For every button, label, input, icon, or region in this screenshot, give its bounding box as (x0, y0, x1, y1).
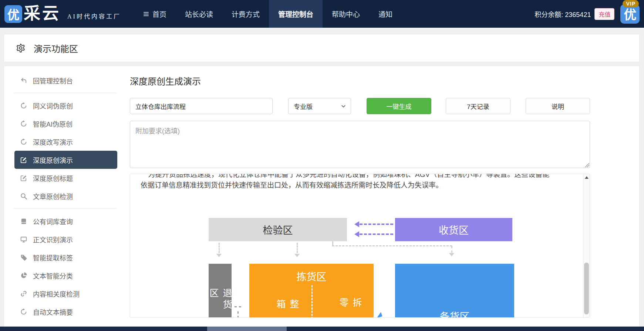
nav-item-label: 首页 (152, 9, 166, 19)
keyword-input[interactable] (130, 98, 273, 114)
nav-item[interactable]: 管理控制台 (269, 0, 323, 28)
sidebar-divider (14, 208, 117, 209)
account-area: 积分余额: 2365421 充值 优 VIP (535, 4, 644, 24)
dashed-line (219, 243, 220, 253)
requirements-textarea[interactable] (130, 121, 590, 168)
nav-item-label: 帮助中心 (332, 9, 360, 19)
sidebar-item[interactable]: 正文识别演示 (14, 230, 117, 248)
arrow-up-icon (375, 312, 382, 318)
nav-item[interactable]: 站长必读 (176, 0, 222, 28)
recharge-button[interactable]: 充值 (594, 8, 614, 20)
horizontal-scrollbar[interactable] (0, 327, 644, 331)
result-text: 依据订单信息精准找到货位并快速传输至出口处，从而有效缩减拣选所需时长及降低人为失… (141, 180, 577, 190)
dashed-line (451, 246, 452, 253)
version-select[interactable]: 专业版 (288, 98, 351, 114)
arrow-down-icon (449, 253, 454, 256)
returns-label: 退货区 (207, 288, 233, 318)
sidebar-item[interactable]: 文本智能分类 (14, 266, 117, 284)
triangle-up-icon (585, 176, 589, 179)
dashed-line (235, 306, 241, 307)
sidebar-item-label: 深度原创标题 (33, 173, 73, 183)
diagram-box-receiving: 收货区 (395, 218, 512, 241)
sync-icon (20, 139, 27, 145)
nav-item[interactable]: 首页 (134, 0, 176, 28)
app-root: 优 采云 AI时代内容工厂 首页站长必读计费方式管理控制台帮助中心通知 积分余额… (0, 0, 644, 331)
diagram-box-returns: 退货区 (209, 264, 232, 318)
edit-square-icon (20, 175, 27, 181)
sidebar-item-label: 深度原创演示 (33, 155, 73, 165)
sidebar-item[interactable]: 深度改写演示 (14, 133, 117, 151)
main-heading: 深度原创生成演示 (130, 74, 639, 87)
vip-badge: VIP (623, 0, 639, 7)
sidebar-item-label: 回管理控制台 (33, 76, 73, 85)
arrow-down-icon (216, 254, 222, 257)
dashed-arrow-line (360, 233, 393, 235)
diagram-box-stocking: 备货区 (395, 264, 514, 318)
sync-icon (20, 120, 27, 127)
sidebar-item-label: 深度改写演示 (33, 137, 73, 147)
sidebar-item-label: 正文识别演示 (33, 235, 73, 244)
split-case-label: 拆零 (337, 298, 363, 318)
sidebar-item[interactable]: 同义词伪原创 (14, 96, 117, 115)
sidebar-item[interactable]: 深度原创演示 (14, 151, 117, 169)
sidebar-divider (14, 93, 117, 93)
nav-item[interactable]: 通知 (369, 0, 402, 28)
sidebar-item-label: 自动文本摘要 (33, 307, 73, 317)
picking-divider (311, 285, 313, 318)
top-navigation: 优 采云 AI时代内容工厂 首页站长必读计费方式管理控制台帮助中心通知 积分余额… (0, 0, 644, 28)
sidebar-item[interactable]: 智能AI伪原创 (14, 115, 117, 133)
sync-icon (20, 102, 27, 109)
monitor-icon (20, 236, 27, 243)
history-button[interactable]: 7天记录 (446, 98, 510, 114)
logo[interactable]: 优 采云 AI时代内容工厂 (0, 5, 121, 23)
sidebar-item-label: 文本智能分类 (33, 271, 73, 280)
page-title: 演示功能区 (34, 42, 78, 55)
link-icon (20, 290, 27, 297)
nav-item-label: 计费方式 (232, 9, 260, 19)
sidebar-item-label: 内容相关度检测 (33, 289, 80, 298)
scroll-up-button[interactable] (583, 174, 590, 181)
diagram-box-inspection: 检验区 (209, 218, 347, 241)
sync-icon (20, 308, 27, 315)
sidebar-item-label: 智能提取标签 (33, 253, 73, 262)
main-panel: 深度原创生成演示 专业版 一键生成 7天记录 说明 为提升货品拣选速度，现代化立… (126, 66, 639, 327)
dashed-arrow-line (360, 223, 393, 225)
sidebar-item[interactable]: 回管理控制台 (14, 71, 117, 89)
tag-icon (20, 254, 27, 261)
arrow-down-icon (294, 254, 300, 257)
nav-item[interactable]: 帮助中心 (323, 0, 369, 28)
sidebar: 回管理控制台同义词伪原创智能AI伪原创深度改写演示深度原创演示深度原创标题文章原… (4, 66, 126, 327)
sidebar-item[interactable]: 文章原创检测 (14, 187, 117, 205)
content-card: 回管理控制台同义词伪原创智能AI伪原创深度改写演示深度原创演示深度原创标题文章原… (4, 66, 640, 327)
nav-item[interactable]: 计费方式 (222, 0, 269, 28)
gear-icon (16, 43, 26, 53)
generate-button[interactable]: 一键生成 (367, 98, 431, 114)
logo-tagline: AI时代内容工厂 (67, 11, 121, 20)
horizontal-scrollbar-thumb[interactable] (207, 327, 287, 331)
search-icon (20, 193, 27, 199)
menu-icon (143, 11, 149, 17)
sidebar-item[interactable]: 公有词库查询 (14, 212, 117, 230)
book-icon (20, 218, 27, 225)
logo-icon: 优 (4, 5, 22, 23)
arrow-left-icon (354, 231, 359, 237)
scrollbar-thumb[interactable] (584, 263, 589, 314)
sidebar-item[interactable]: 深度原创标题 (14, 169, 117, 187)
help-button[interactable]: 说明 (526, 98, 590, 114)
diagram-box-picking: 拣货区 整箱 拆零 (249, 264, 374, 318)
picking-label: 拣货区 (249, 269, 374, 283)
result-panel: 为提升货品拣选速度，现代化立体仓库中配备了众多先进的自动化设备，例如堆垛机、AG… (130, 174, 590, 318)
sidebar-item[interactable]: 内容相关度检测 (14, 284, 117, 303)
sidebar-item[interactable]: 自动文本摘要 (14, 303, 117, 321)
credits-balance: 积分余额: 2365421 (535, 9, 591, 19)
sidebar-item-label: 智能AI伪原创 (33, 119, 73, 129)
result-text-clipped: 为提升货品拣选速度，现代化立体仓库中配备了众多先进的自动化设备，例如堆垛机、AG… (148, 174, 573, 180)
sidebar-item[interactable]: 智能提取标签 (14, 248, 117, 266)
version-select-value: 专业版 (294, 102, 313, 111)
result-scrollbar[interactable] (583, 174, 590, 317)
credits-value: 2365421 (565, 11, 591, 18)
pie-icon (20, 272, 27, 279)
dashed-line (237, 311, 239, 318)
arrow-left-icon (354, 221, 359, 227)
stocking-label: 备货区 (395, 309, 514, 318)
